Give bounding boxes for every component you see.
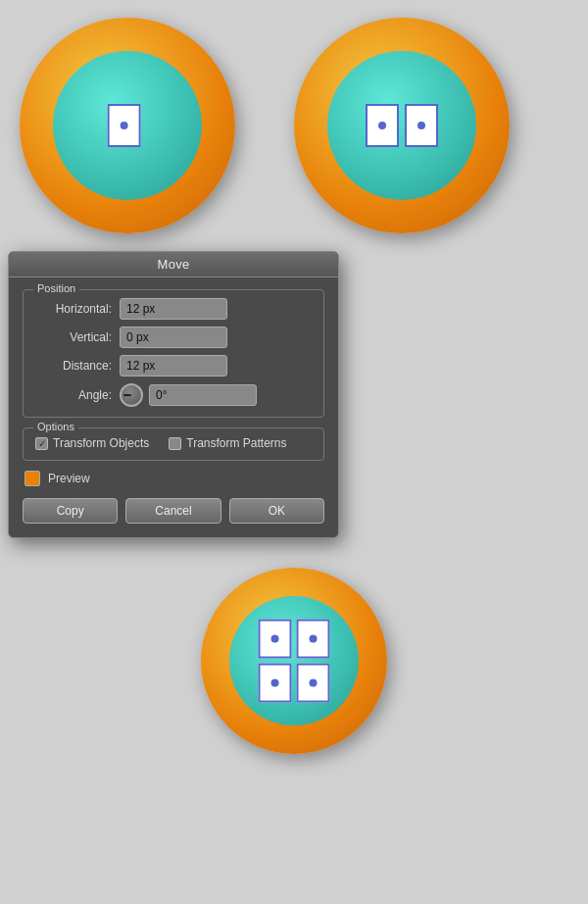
horizontal-input[interactable] bbox=[120, 298, 227, 320]
position-legend: Position bbox=[33, 282, 79, 294]
dialog-buttons: Copy Cancel OK bbox=[23, 498, 324, 527]
circle-outer-right bbox=[294, 18, 510, 233]
dialog-titlebar: Move bbox=[9, 252, 338, 277]
circle-bottom bbox=[201, 568, 387, 754]
top-circles-row bbox=[0, 0, 588, 243]
rect-grid-br bbox=[297, 664, 330, 703]
dialog-body: Position Horizontal: Vertical: Distance:… bbox=[9, 277, 338, 537]
rect-grid-tr bbox=[297, 620, 330, 659]
angle-row: Angle: bbox=[35, 383, 312, 407]
dialog-wrapper: Move Position Horizontal: Vertical: Dist… bbox=[8, 251, 339, 538]
transform-patterns-label[interactable]: Transform Patterns bbox=[169, 436, 286, 450]
options-legend: Options bbox=[33, 421, 78, 432]
angle-input[interactable] bbox=[149, 384, 257, 406]
distance-row: Distance: bbox=[35, 355, 312, 377]
bottom-circle-row bbox=[0, 568, 588, 754]
copy-button[interactable]: Copy bbox=[23, 498, 118, 524]
distance-input[interactable] bbox=[120, 355, 227, 377]
vertical-row: Vertical: bbox=[35, 326, 312, 348]
circle-inner-right bbox=[327, 51, 476, 200]
circle-right bbox=[294, 18, 510, 233]
preview-row: Preview bbox=[23, 471, 324, 486]
ok-button[interactable]: OK bbox=[229, 498, 324, 524]
vertical-input[interactable] bbox=[120, 326, 227, 348]
angle-dial[interactable] bbox=[120, 383, 143, 407]
rect-item-right bbox=[405, 104, 438, 147]
dialog-title: Move bbox=[158, 257, 190, 272]
angle-label: Angle: bbox=[35, 388, 112, 402]
rects-grid bbox=[259, 620, 330, 703]
circle-inner-bottom bbox=[229, 596, 359, 726]
transform-objects-text: Transform Objects bbox=[53, 436, 149, 450]
transform-objects-label[interactable]: ✓ Transform Objects bbox=[35, 436, 149, 450]
transform-patterns-text: Transform Patterns bbox=[186, 436, 286, 450]
rect-single bbox=[108, 104, 141, 147]
rect-grid-bl bbox=[259, 664, 292, 703]
rect-grid-tl bbox=[259, 620, 292, 659]
options-fieldset: Options ✓ Transform Objects Transform Pa… bbox=[23, 427, 324, 461]
circle-inner-left bbox=[53, 51, 202, 200]
rect-item-left bbox=[366, 104, 399, 147]
position-fieldset: Position Horizontal: Vertical: Distance:… bbox=[23, 289, 324, 418]
horizontal-row: Horizontal: bbox=[35, 298, 312, 320]
transform-patterns-checkbox[interactable] bbox=[169, 437, 181, 450]
vertical-label: Vertical: bbox=[35, 330, 112, 344]
preview-label: Preview bbox=[48, 472, 90, 485]
preview-color-box[interactable] bbox=[24, 471, 40, 486]
circle-outer-left bbox=[20, 18, 235, 233]
horizontal-label: Horizontal: bbox=[35, 302, 112, 316]
move-dialog: Move Position Horizontal: Vertical: Dist… bbox=[8, 251, 339, 538]
circle-left bbox=[20, 18, 235, 233]
distance-label: Distance: bbox=[35, 359, 112, 373]
transform-objects-checkbox[interactable]: ✓ bbox=[35, 437, 48, 450]
options-row: ✓ Transform Objects Transform Patterns bbox=[35, 436, 312, 450]
angle-dial-indicator bbox=[123, 394, 131, 396]
rects-double bbox=[366, 104, 438, 147]
cancel-button[interactable]: Cancel bbox=[125, 498, 220, 524]
circle-outer-bottom bbox=[201, 568, 387, 754]
